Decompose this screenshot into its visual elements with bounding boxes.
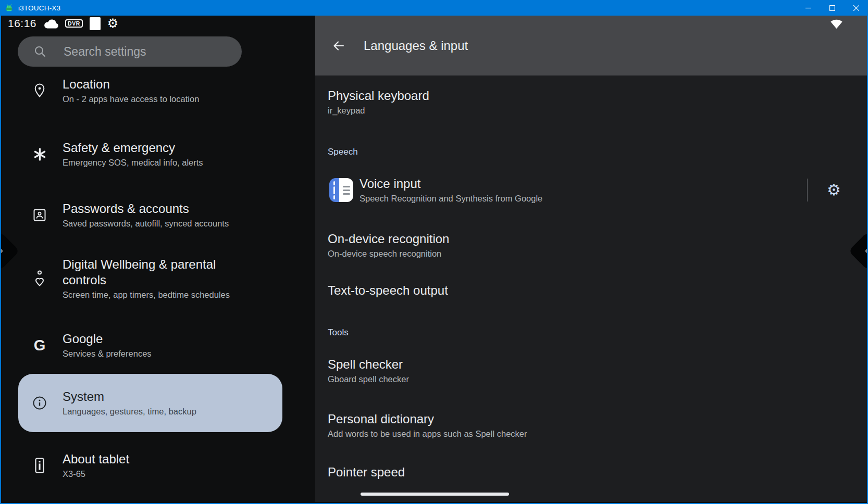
search-icon (33, 45, 47, 58)
status-time: 16:16 (8, 17, 36, 30)
search-input[interactable]: Search settings (18, 36, 242, 67)
edge-tab-dot (1, 248, 4, 254)
info-circle-icon (25, 395, 54, 411)
row-pointer-speed[interactable]: Pointer speed (328, 464, 867, 480)
item-subtitle: X3-65 (63, 468, 261, 480)
item-label: Digital Wellbeing & parental controls (63, 257, 261, 288)
back-arrow-icon[interactable] (328, 35, 349, 56)
item-subtitle: Services & preferences (63, 348, 261, 359)
gesture-navigation-handle[interactable] (361, 493, 509, 496)
row-spell-checker[interactable]: Spell checker Gboard spell checker (328, 357, 867, 385)
settings-gear-icon[interactable]: ⚙ (827, 182, 841, 198)
sidebar-item-safety-emergency[interactable]: Safety & emergency Emergency SOS, medica… (1, 140, 315, 168)
row-text-to-speech[interactable]: Text-to-speech output (328, 283, 867, 298)
row-subtitle: Gboard spell checker (328, 373, 867, 385)
settings-sidebar: 16:16 DVR ⚙ Search settings (1, 16, 315, 502)
window-title: i3TOUCH-X3 (18, 4, 60, 12)
item-label: System (63, 389, 261, 405)
section-tools: Tools (328, 327, 867, 338)
location-pin-icon (25, 83, 54, 99)
item-subtitle: Saved passwords, autofill, synced accoun… (63, 218, 261, 229)
sidebar-item-passwords-accounts[interactable]: Passwords & accounts Saved passwords, au… (1, 201, 315, 229)
white-square-icon (90, 17, 101, 30)
sidebar-item-system[interactable]: System Languages, gestures, time, backup (18, 374, 282, 432)
voice-input-app-icon (329, 178, 353, 202)
row-subtitle: Add words to be used in apps such as Spe… (328, 428, 867, 439)
window-titlebar: i3TOUCH-X3 (0, 0, 868, 16)
row-voice-input[interactable]: Voice input Speech Recognition and Synth… (328, 175, 867, 205)
detail-body: Physical keyboard ir_keypad Speech Voice… (315, 88, 867, 480)
item-subtitle: Emergency SOS, medical info, alerts (63, 157, 261, 168)
row-subtitle: Speech Recognition and Synthesis from Go… (359, 193, 542, 204)
wellbeing-heart-icon (25, 270, 54, 287)
android-app-icon (5, 4, 14, 12)
wifi-icon (829, 18, 844, 30)
item-label: Passwords & accounts (63, 201, 261, 217)
section-label: Speech (328, 147, 358, 157)
row-subtitle: On-device speech recognition (328, 248, 867, 259)
row-title: Personal dictionary (328, 411, 867, 427)
row-title: Physical keyboard (328, 88, 867, 104)
page-title: Languages & input (364, 39, 468, 53)
cloud-icon (43, 18, 58, 29)
status-bar: 16:16 DVR ⚙ (1, 16, 315, 31)
detail-pane: Languages & input Physical keyboard ir_k… (315, 16, 867, 502)
row-personal-dictionary[interactable]: Personal dictionary Add words to be used… (328, 411, 867, 439)
google-g-icon: G (25, 338, 54, 353)
row-subtitle: ir_keypad (328, 105, 867, 116)
row-physical-keyboard[interactable]: Physical keyboard ir_keypad (328, 88, 867, 116)
sidebar-item-google[interactable]: G Google Services & preferences (1, 331, 315, 359)
minimize-icon[interactable] (796, 0, 820, 16)
id-card-person-icon (25, 208, 54, 222)
item-subtitle: On - 2 apps have access to location (63, 93, 261, 105)
row-title: Text-to-speech output (328, 283, 867, 298)
row-title: Spell checker (328, 357, 867, 372)
item-label: Safety & emergency (63, 140, 261, 156)
item-label: Google (63, 331, 261, 347)
settings-app: 16:16 DVR ⚙ Search settings (1, 16, 867, 502)
detail-header: Languages & input (315, 16, 867, 75)
sidebar-item-about-tablet[interactable]: About tablet X3-65 (1, 451, 315, 480)
settings-nav: Location On - 2 apps have access to loca… (1, 77, 315, 480)
sidebar-item-digital-wellbeing[interactable]: Digital Wellbeing & parental controls Sc… (1, 257, 315, 300)
item-subtitle: Languages, gestures, time, backup (63, 406, 261, 417)
row-title: On-device recognition (328, 231, 867, 247)
row-title: Pointer speed (328, 464, 867, 480)
window-controls (796, 0, 868, 16)
item-subtitle: Screen time, app timers, bedtime schedul… (63, 289, 261, 300)
tablet-icon (25, 457, 54, 474)
dvr-icon: DVR (65, 19, 83, 28)
maximize-icon[interactable] (820, 0, 844, 16)
close-icon[interactable] (844, 0, 868, 16)
edge-tab-dot (864, 248, 867, 254)
row-on-device-recognition[interactable]: On-device recognition On-device speech r… (328, 231, 867, 259)
sidebar-item-location[interactable]: Location On - 2 apps have access to loca… (1, 77, 315, 105)
android-gear-icon: ⚙ (107, 17, 119, 30)
section-label: Tools (328, 327, 349, 337)
section-speech: Speech (328, 146, 867, 158)
divider (807, 179, 808, 201)
search-placeholder: Search settings (64, 45, 146, 59)
asterisk-icon (25, 147, 54, 161)
app-window: i3TOUCH-X3 16:16 DVR (0, 0, 868, 504)
row-title: Voice input (359, 176, 542, 192)
item-label: About tablet (63, 451, 261, 467)
item-label: Location (63, 77, 261, 92)
